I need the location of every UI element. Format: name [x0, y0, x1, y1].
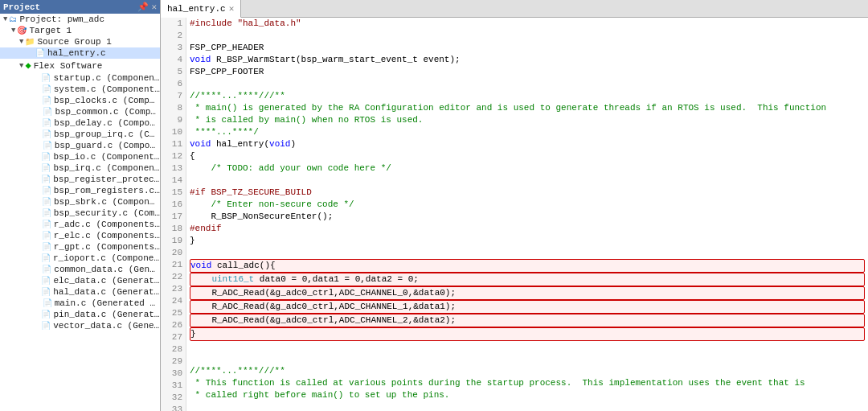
code-line-10: ****...****/ — [190, 126, 865, 138]
sidebar-item-bsp-irq[interactable]: 📄bsp_irq.c (Components:r:... — [0, 162, 160, 174]
expand-icon[interactable]: ▼ — [19, 38, 23, 46]
sidebar-item-flex-software[interactable]: ▼◆Flex Software — [0, 59, 160, 72]
code-line-29: //****...****///** — [190, 365, 865, 377]
code-line-25: R_ADC_Read(&g_adc0_ctrl,ADC_CHANNEL_2,&d… — [190, 314, 865, 327]
sidebar-item-bsp-io[interactable]: 📄bsp_io.c (Components:ra:... — [0, 151, 160, 162]
sidebar-item-pin-data[interactable]: 📄pin_data.c (Generated Da... — [0, 309, 160, 320]
file-icon: 📄 — [42, 197, 51, 207]
tree-item-label: vector_data.c (Generated ... — [53, 321, 160, 331]
file-icon: 📄 — [41, 310, 51, 319]
tab-modified-indicator: ✕ — [229, 3, 235, 14]
code-line-19: } — [190, 235, 865, 247]
sidebar-item-bsp-clocks[interactable]: 📄bsp_clocks.c (Componer... — [0, 95, 160, 106]
sidebar-item-r-gpt[interactable]: 📄r_gpt.c (Components:ra:... — [0, 241, 160, 253]
code-line-12: { — [190, 150, 865, 162]
expand-icon[interactable]: ▼ — [3, 15, 7, 23]
tree-item-label: Source Group 1 — [37, 37, 111, 47]
code-line-9: * is called by main() when no RTOS is us… — [190, 114, 865, 126]
code-line-14 — [190, 175, 865, 187]
tree-item-label: Project: pwm_adc — [19, 14, 104, 24]
tree-item-label: bsp_rom_registers.c (Co... — [54, 186, 160, 195]
code-line-16: /* Enter non-secure code */ — [190, 199, 865, 211]
line-number-32: 32 — [164, 392, 182, 404]
sidebar-item-startup[interactable]: 📄startup.c (Components:r:... — [0, 72, 160, 84]
sidebar-item-vector-data[interactable]: 📄vector_data.c (Generated ... — [0, 320, 160, 331]
editor-tabs: hal_entry.c ✕ — [161, 0, 868, 18]
expand-icon[interactable]: ▼ — [19, 62, 23, 70]
expand-icon[interactable]: ▼ — [11, 27, 15, 35]
line-number-27: 27 — [164, 331, 182, 343]
line-number-25: 25 — [164, 307, 182, 319]
line-number-18: 18 — [164, 223, 182, 235]
sidebar-item-common-data[interactable]: 📄common_data.c (Genera... — [0, 264, 160, 275]
sidebar-item-bsp-sbrk[interactable]: 📄bsp_sbrk.c (Componets:... — [0, 196, 160, 208]
sidebar-item-bsp-delay[interactable]: 📄bsp_delay.c (Componen... — [0, 117, 160, 129]
code-line-31: * called right before main() to set up t… — [190, 389, 865, 401]
flex-icon: ◆ — [25, 60, 31, 72]
sidebar-title: Project — [3, 2, 40, 12]
code-line-17: R_BSP_NonSecureEnter(); — [190, 211, 865, 223]
file-icon: 📄 — [43, 141, 52, 150]
line-number-12: 12 — [164, 150, 182, 162]
code-content[interactable]: #include "hal_data.h" FSP_CPP_HEADERvoid… — [186, 18, 868, 411]
tree-item-label: bsp_common.c (Comp... — [55, 107, 160, 117]
folder-icon: 📁 — [25, 37, 35, 47]
tree-item-label: bsp_group_irq.c (Compo... — [54, 129, 160, 139]
sidebar-item-bsp-register-protection[interactable]: 📄bsp_register_protection.c... — [0, 174, 160, 185]
sidebar-item-elc-data[interactable]: 📄elc_data.c (Generated Da... — [0, 275, 160, 286]
file-icon: 📄 — [42, 84, 51, 94]
sidebar-item-hal-data[interactable]: 📄hal_data.c (Generated Dat... — [0, 286, 160, 298]
sidebar-item-bsp-guard[interactable]: 📄bsp_guard.c (Compone... — [0, 140, 160, 151]
file-icon: 📄 — [42, 220, 51, 229]
line-number-5: 5 — [164, 66, 182, 78]
line-number-10: 10 — [164, 126, 182, 138]
sidebar-item-project-root[interactable]: ▼🗂Project: pwm_adc — [0, 14, 160, 25]
tab-hal-entry[interactable]: hal_entry.c ✕ — [161, 0, 241, 18]
file-icon: 📄 — [42, 118, 51, 128]
line-number-31: 31 — [164, 380, 182, 392]
code-line-1: #include "hal_data.h" — [190, 18, 865, 30]
code-line-18: #endif — [190, 223, 865, 235]
sidebar-item-source-group[interactable]: ▼📁Source Group 1 — [0, 36, 160, 47]
sidebar-item-main-c[interactable]: 📄main.c (Generated Data) — [0, 298, 160, 309]
tree-item-label: r_ioport.c (Components:ra:... — [53, 253, 160, 263]
line-number-14: 14 — [164, 175, 182, 187]
sidebar-item-bsp-security[interactable]: 📄bsp_security.c (Compone... — [0, 208, 160, 219]
sidebar-pin-icon[interactable]: 📌 — [137, 2, 149, 12]
file-icon: 📄 — [42, 96, 51, 105]
sidebar-item-hal-entry[interactable]: 📄hal_entry.c — [0, 47, 160, 59]
sidebar-item-r-elc[interactable]: 📄r_elc.c (Components:ra:... — [0, 230, 160, 241]
sidebar-item-target1[interactable]: ▼🎯Target 1 — [0, 25, 160, 36]
sidebar-item-bsp-common[interactable]: 📄bsp_common.c (Comp... — [0, 106, 160, 117]
code-line-8: * main() is generated by the RA Configur… — [190, 102, 865, 114]
line-number-20: 20 — [164, 247, 182, 259]
line-number-13: 13 — [164, 162, 182, 175]
sidebar-item-system[interactable]: 📄system.c (Components:r:... — [0, 84, 160, 95]
file-icon: 📄 — [41, 276, 51, 286]
tree-item-label: main.c (Generated Data) — [55, 298, 160, 308]
tree-item-label: bsp_sbrk.c (Componets:... — [54, 197, 160, 207]
sidebar-item-bsp-rom-registers[interactable]: 📄bsp_rom_registers.c (Co... — [0, 185, 160, 196]
code-line-22: uint16_t data0 = 0,data1 = 0,data2 = 0; — [190, 273, 865, 286]
file-icon: 📄 — [43, 298, 52, 308]
code-line-6 — [190, 78, 865, 90]
editor-area: hal_entry.c ✕ 12345678910111213141516171… — [161, 0, 868, 411]
sidebar-close-icon[interactable]: ✕ — [151, 2, 157, 12]
tree-item-label: elc_data.c (Generated Da... — [53, 276, 160, 286]
file-icon: 📄 — [43, 107, 52, 117]
sidebar-tree: ▼🗂Project: pwm_adc▼🎯Target 1▼📁Source Gro… — [0, 14, 160, 411]
code-container: 1234567891011121314151617181920212223242… — [161, 18, 868, 411]
file-icon: 📄 — [41, 253, 51, 263]
line-number-26: 26 — [164, 319, 182, 331]
code-line-32 — [190, 401, 865, 411]
sidebar-item-r-adc[interactable]: 📄r_adc.c (Components:ra:... — [0, 219, 160, 230]
tree-item-label: Target 1 — [29, 26, 72, 35]
tree-item-label: bsp_io.c (Components:ra:... — [53, 152, 160, 162]
tree-item-label: common_data.c (Genera... — [54, 265, 160, 274]
line-number-23: 23 — [164, 283, 182, 295]
sidebar-item-r-ioport[interactable]: 📄r_ioport.c (Components:ra:... — [0, 253, 160, 264]
code-line-27 — [190, 341, 865, 353]
line-number-24: 24 — [164, 295, 182, 307]
sidebar-item-bsp-group-irq[interactable]: 📄bsp_group_irq.c (Compo... — [0, 129, 160, 140]
tree-item-label: pin_data.c (Generated Da... — [53, 310, 160, 319]
